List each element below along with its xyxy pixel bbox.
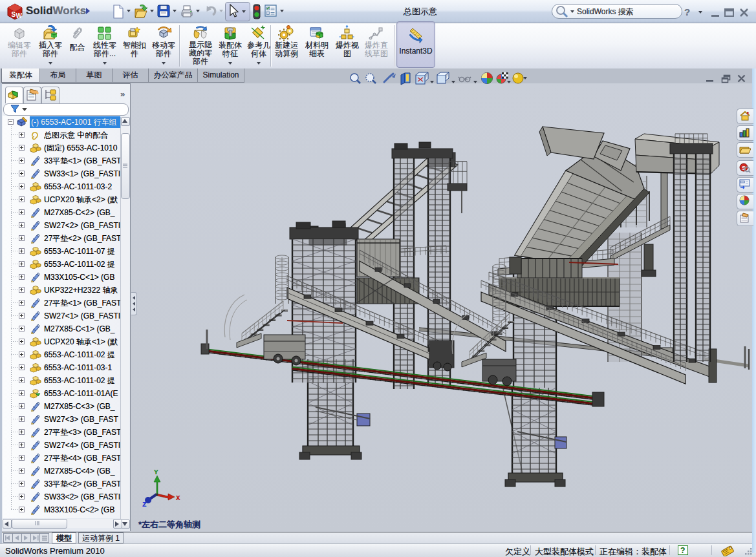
svg-text:Z: Z (142, 501, 147, 509)
svg-text:S: S (12, 11, 16, 18)
svg-text:Y: Y (154, 468, 158, 476)
svg-text:X: X (176, 494, 180, 502)
svg-text:?: ? (680, 546, 685, 555)
svg-text:W: W (16, 12, 23, 19)
